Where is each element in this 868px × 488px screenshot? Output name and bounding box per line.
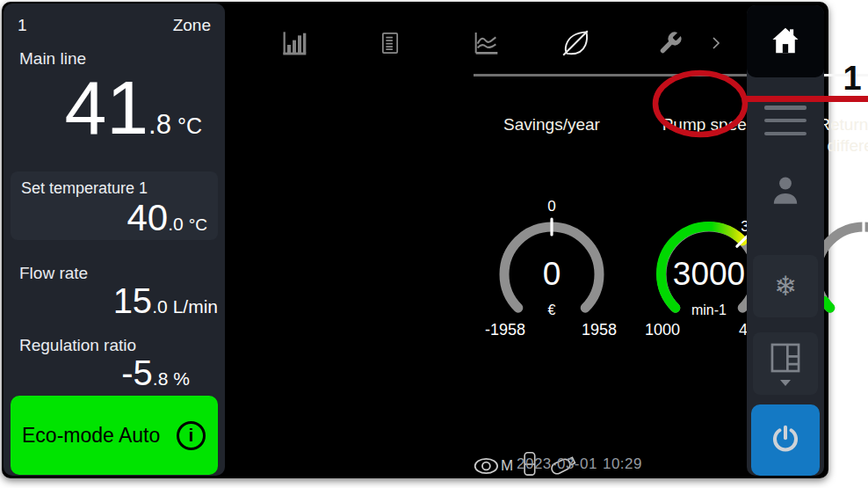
home-icon	[769, 24, 802, 60]
power-button[interactable]	[751, 404, 820, 476]
value-int: 40	[127, 198, 168, 238]
zone-number: 1	[18, 16, 27, 35]
zone-header: 1 Zone	[18, 16, 211, 35]
gauge-marker-label: 10	[856, 198, 868, 215]
gauge-savings-year: Savings/year00€-19581958	[468, 114, 635, 341]
gauge-title: Savings/year	[468, 114, 635, 197]
defrost-button[interactable]: ❄	[753, 255, 818, 317]
main-area: Savings/year00€-19581958Pump speed300030…	[227, 2, 747, 478]
gauge-value: 3000	[673, 256, 745, 292]
chevron-right-icon	[708, 35, 724, 54]
tab-settings[interactable]	[651, 25, 690, 63]
menu-icon	[764, 106, 807, 110]
tab-log[interactable]	[371, 25, 409, 63]
eye-monitor-icon: M	[474, 455, 513, 477]
value-unit: L/min	[173, 296, 218, 317]
annotation-label: 1	[835, 60, 868, 98]
nav-sidebar: ❄	[747, 5, 824, 476]
regulation-ratio-value: -5.8%	[121, 353, 190, 392]
tab-underline-track	[474, 74, 756, 76]
gauge-min: 1000	[645, 321, 680, 338]
value-dec: .0	[152, 296, 168, 317]
gauge-max: 1958	[582, 321, 617, 338]
gauge-dial: 00€-19581958	[468, 197, 635, 338]
leaf-icon	[560, 27, 591, 62]
wrench-icon	[657, 30, 684, 59]
gauge-marker-label: 0	[547, 198, 555, 215]
value-int: -5	[121, 353, 153, 392]
main-line-value: 41.8°C	[64, 67, 202, 148]
regulation-ratio-label: Regulation ratio	[19, 336, 136, 355]
device-screen: 1 Zone Main line 41.8°C Set temperature …	[2, 2, 828, 478]
zones-button[interactable]	[753, 332, 818, 395]
gauge-value: 0.8	[841, 256, 868, 292]
gauge-value: 0	[543, 256, 561, 292]
value-unit: %	[173, 368, 190, 390]
annotated-screenshot: 1 Zone Main line 41.8°C Set temperature …	[0, 0, 868, 488]
document-icon	[378, 30, 402, 59]
flow-rate-value: 15.0L/min	[113, 281, 218, 320]
user-button[interactable]	[770, 172, 801, 208]
gauge-unit: €	[548, 302, 556, 317]
power-icon	[770, 423, 801, 457]
chevron-down-icon	[780, 380, 791, 386]
bar-chart-icon	[280, 29, 308, 60]
value-dec: .8	[148, 109, 171, 141]
eco-mode-label: Eco-mode Auto	[22, 424, 160, 448]
gauge-unit: min-1	[691, 302, 727, 317]
menu-button[interactable]	[764, 106, 807, 135]
time: 10:29	[603, 455, 642, 472]
set-temperature-value: 40.0°C	[127, 198, 207, 238]
value-dec: .0	[168, 214, 184, 235]
floor-plan-icon	[769, 341, 802, 377]
value-dec: .8	[153, 368, 169, 390]
tab-trends[interactable]	[467, 25, 505, 63]
tab-statistics[interactable]	[275, 25, 314, 63]
datetime: 2023-03-0110:29	[517, 455, 642, 473]
gauge-unit: K	[859, 302, 868, 317]
value-int: 15	[113, 281, 153, 320]
tab-eco[interactable]	[556, 25, 595, 63]
value-unit: °C	[189, 215, 207, 235]
set-temperature-label: Set temperature 1	[21, 179, 148, 198]
eco-mode-button[interactable]: Eco-mode Auto i	[11, 396, 218, 475]
info-icon[interactable]: i	[177, 421, 206, 450]
value-unit: °C	[177, 113, 202, 139]
user-icon	[770, 197, 801, 210]
zone-label: Zone	[173, 16, 211, 35]
home-button[interactable]	[747, 5, 824, 77]
line-chart-icon	[471, 29, 501, 60]
tab-more[interactable]	[703, 25, 729, 63]
value-int: 41	[64, 67, 148, 148]
monitor-letter: M	[501, 457, 513, 475]
snowflake-icon: ❄	[774, 273, 797, 300]
date: 2023-03-01	[517, 455, 597, 472]
set-temperature-card[interactable]: Set temperature 1 40.0°C	[11, 171, 218, 240]
flow-rate-label: Flow rate	[19, 264, 88, 283]
zone-panel: 1 Zone Main line 41.8°C Set temperature …	[4, 4, 225, 476]
gauge-min: -1958	[485, 321, 525, 338]
